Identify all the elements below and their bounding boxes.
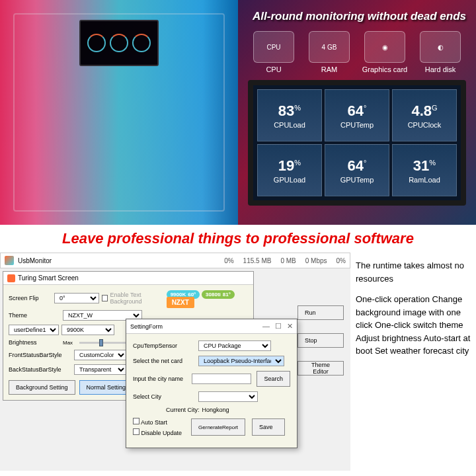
current-city-value: Hongkong [202,407,229,413]
maximize-icon[interactable]: ☐ [275,322,282,331]
select-city-select[interactable] [198,391,258,402]
front-bar-select[interactable]: CustomColor [74,350,127,360]
theme-editor-button[interactable]: Theme Editor [298,361,344,376]
ram-icon: 4 GB [309,31,350,63]
window-title: Turing Smart Screen [18,274,79,282]
enable-text-bg-checkbox[interactable] [102,295,108,301]
gpu-pill: 3080ti 81° [202,290,235,299]
background-setting-button[interactable]: Background Setting [9,380,75,395]
normal-setting-button[interactable]: Normal Setting [79,380,134,395]
back-bar-select[interactable]: Transparent [74,364,127,375]
generate-report-button[interactable]: GernerateReport [191,418,245,436]
cpu-icon: CPU [253,31,294,63]
userdefine-select[interactable]: userDefine1 [9,325,59,335]
cpu-sensor-select[interactable]: CPU Package [198,340,271,351]
disable-update-checkbox[interactable] [133,428,139,435]
taskbar: UsbMonitor 0% 115.5 MB 0 MB 0 Mbps 0% [0,253,350,268]
run-button[interactable]: Run [298,305,344,320]
gpu-icon: ◉ [364,31,405,63]
city-name-input[interactable] [192,374,251,384]
dialog-title: SettingForm [130,323,163,330]
auto-start-checkbox[interactable] [133,418,139,424]
window-icon [7,274,15,282]
stats-monitor: 83%CPULoad 64°CPUTemp 4.8GCPUClock 19%GP… [248,80,466,206]
net-card-select[interactable]: Loopback Pseudo-Interface 1 [198,356,284,366]
stop-button[interactable]: Stop [298,333,344,348]
embedded-monitor [79,20,159,66]
app-name: UsbMonitor [18,257,52,264]
features-text: The runtime takes almost no resources On… [350,253,476,471]
minimize-icon[interactable]: — [262,322,270,331]
save-button[interactable]: Save [252,418,285,436]
section-title: Leave professional things to professiona… [0,225,476,253]
hardware-icons: CPUCPU 4 GBRAM ◉Graphics card ◐Hard disk [248,31,466,73]
userdefine-value-select[interactable]: 9900K [61,325,114,335]
screen-flip-select[interactable]: 0° [54,293,99,303]
hero-headline: All-round monitoring without dead ends [248,10,466,23]
setting-form-window: SettingForm —☐✕ CpuTempSensor CPU Packag… [126,319,298,448]
hdd-icon: ◐ [420,31,461,63]
search-button[interactable]: Search [257,371,290,387]
close-icon[interactable]: ✕ [287,322,293,331]
app-icon [5,256,14,265]
pc-case-photo [0,0,238,225]
